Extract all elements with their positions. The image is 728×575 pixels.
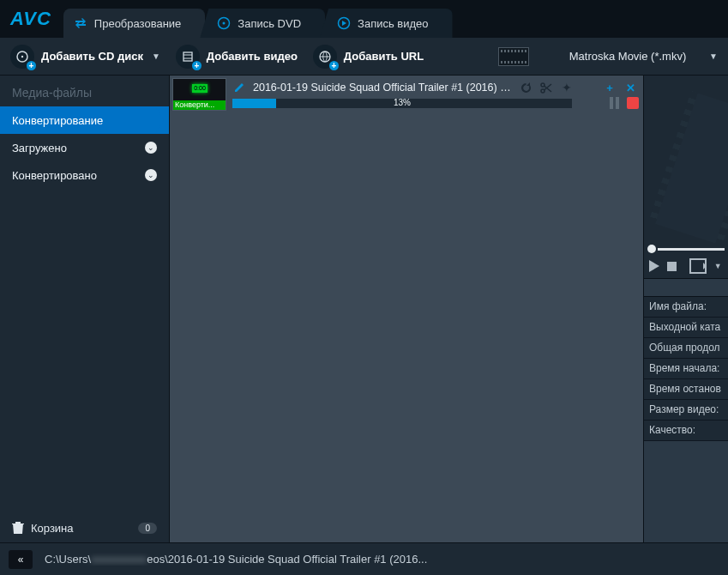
play-icon: [337, 16, 351, 30]
output-format-select[interactable]: Matroska Movie (*.mkv) ▼: [538, 50, 718, 63]
sidebar-item-downloaded[interactable]: Загружено⌄: [0, 134, 169, 161]
pause-button[interactable]: [610, 97, 622, 109]
stop-button[interactable]: [627, 97, 639, 109]
app-logo[interactable]: AVC: [10, 8, 51, 30]
info-row: Выходной ката: [644, 318, 728, 338]
tab-label: Запись видео: [358, 17, 428, 30]
item-title: 2016-01-19 Suicide Squad Official Traile…: [253, 82, 512, 94]
info-row: Имя файла:: [644, 297, 728, 318]
progress-label: 13%: [232, 98, 572, 107]
edit-icon[interactable]: [232, 82, 246, 93]
info-row: Размер видео:: [644, 400, 728, 421]
sidebar-header: Медиа-файлы: [0, 81, 169, 106]
tab-convert[interactable]: Преобразование: [63, 9, 206, 38]
progress-bar: 13%: [232, 99, 572, 108]
info-row: Время останов: [644, 379, 728, 400]
tab-label: Запись DVD: [238, 17, 301, 30]
trash-count: 0: [138, 523, 157, 534]
trash-icon: [12, 521, 24, 535]
chevron-down-icon: ⌄: [145, 142, 157, 154]
add-url-button[interactable]: + Добавить URL: [313, 45, 424, 69]
svg-rect-9: [667, 262, 677, 271]
button-label: Добавить URL: [344, 50, 424, 63]
tab-label: Преобразование: [94, 17, 182, 30]
svg-point-1: [223, 22, 226, 25]
chevron-down-icon: ⌄: [145, 169, 157, 181]
status-path: C:\Users\xxxxxxxxxxeos\2016-01-19 Suicid…: [45, 553, 427, 566]
convert-icon: [74, 16, 87, 30]
chevron-down-icon: ▼: [709, 51, 718, 61]
chevron-down-icon: ▼: [152, 51, 160, 61]
film-format-icon: [498, 47, 529, 66]
sidebar-item-label: Загружено: [12, 142, 67, 154]
stop-preview-button[interactable]: [665, 257, 678, 275]
play-button[interactable]: [647, 257, 660, 275]
trash-label: Корзина: [31, 522, 74, 535]
back-button[interactable]: «: [9, 550, 33, 569]
svg-rect-5: [184, 52, 192, 61]
tab-dvd[interactable]: Запись DVD: [200, 9, 325, 38]
close-icon[interactable]: ✕: [623, 82, 637, 94]
disc-icon: [217, 16, 231, 30]
effects-icon[interactable]: ✦: [560, 82, 574, 94]
select-value: Matroska Movie (*.mkv): [569, 50, 687, 63]
add-video-button[interactable]: + Добавить видео: [176, 45, 298, 69]
snapshot-button[interactable]: [689, 257, 707, 275]
refresh-icon[interactable]: [519, 82, 532, 94]
add-cd-button[interactable]: + Добавить CD диск ▼: [10, 45, 160, 69]
button-label: Добавить CD диск: [41, 50, 143, 63]
sidebar-item-label: Конвертирование: [12, 114, 103, 127]
sidebar-item-converted[interactable]: Конвертировано⌄: [0, 161, 169, 189]
queue-item[interactable]: 0:00 Конверти... 2016-01-19 Suicide Squa…: [172, 78, 641, 119]
sidebar-item-label: Конвертировано: [12, 169, 97, 182]
scissors-icon[interactable]: [539, 82, 553, 94]
button-label: Добавить видео: [207, 50, 298, 63]
info-header: [644, 278, 728, 297]
film-add-icon: +: [176, 45, 200, 69]
sidebar-item-converting[interactable]: Конвертирование: [0, 106, 169, 134]
tab-record[interactable]: Запись видео: [320, 9, 452, 38]
globe-add-icon: +: [313, 45, 337, 69]
info-row: Общая продол: [644, 338, 728, 359]
seek-slider[interactable]: [644, 244, 728, 254]
add-icon[interactable]: +: [603, 82, 617, 94]
trash-button[interactable]: Корзина 0: [0, 513, 169, 542]
item-thumbnail: 0:00 Конверти...: [172, 78, 226, 111]
svg-point-4: [21, 55, 23, 57]
preview-area: [644, 76, 728, 244]
chevron-down-icon[interactable]: ▼: [712, 257, 725, 275]
info-row: Качество:: [644, 421, 728, 441]
info-row: Время начала:: [644, 359, 728, 379]
disc-add-icon: +: [10, 45, 34, 69]
